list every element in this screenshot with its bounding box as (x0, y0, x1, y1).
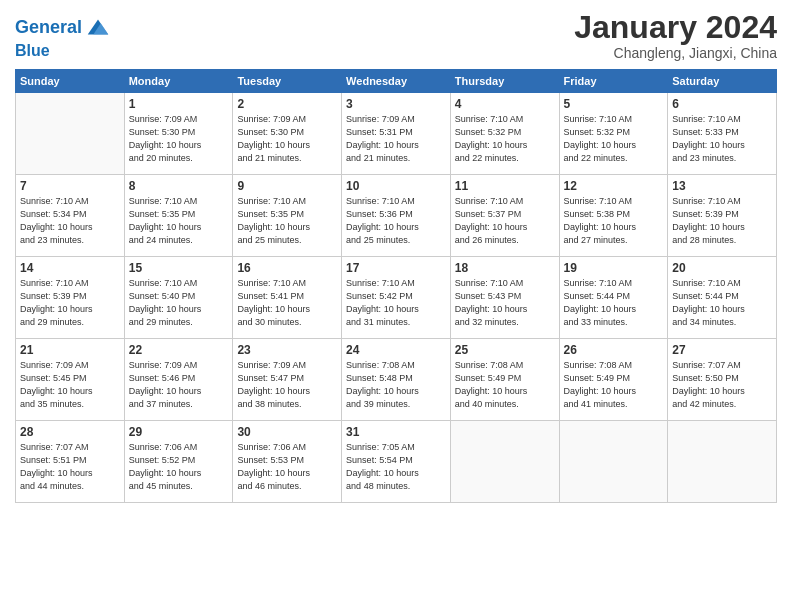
day-info: Sunrise: 7:10 AM Sunset: 5:39 PM Dayligh… (20, 277, 120, 329)
calendar-body: 1Sunrise: 7:09 AM Sunset: 5:30 PM Daylig… (16, 93, 777, 503)
day-number: 12 (564, 179, 664, 193)
day-number: 1 (129, 97, 229, 111)
day-number: 22 (129, 343, 229, 357)
calendar-cell: 20Sunrise: 7:10 AM Sunset: 5:44 PM Dayli… (668, 257, 777, 339)
calendar-cell: 18Sunrise: 7:10 AM Sunset: 5:43 PM Dayli… (450, 257, 559, 339)
day-number: 21 (20, 343, 120, 357)
day-info: Sunrise: 7:08 AM Sunset: 5:49 PM Dayligh… (455, 359, 555, 411)
header-cell-thursday: Thursday (450, 70, 559, 93)
logo: General Blue (15, 14, 112, 60)
header-cell-wednesday: Wednesday (342, 70, 451, 93)
calendar-cell (668, 421, 777, 503)
day-info: Sunrise: 7:10 AM Sunset: 5:43 PM Dayligh… (455, 277, 555, 329)
calendar-cell: 6Sunrise: 7:10 AM Sunset: 5:33 PM Daylig… (668, 93, 777, 175)
day-number: 4 (455, 97, 555, 111)
calendar-cell: 8Sunrise: 7:10 AM Sunset: 5:35 PM Daylig… (124, 175, 233, 257)
calendar-cell (450, 421, 559, 503)
header-cell-saturday: Saturday (668, 70, 777, 93)
day-info: Sunrise: 7:10 AM Sunset: 5:41 PM Dayligh… (237, 277, 337, 329)
day-number: 20 (672, 261, 772, 275)
calendar-week-0: 1Sunrise: 7:09 AM Sunset: 5:30 PM Daylig… (16, 93, 777, 175)
day-number: 14 (20, 261, 120, 275)
calendar-cell: 5Sunrise: 7:10 AM Sunset: 5:32 PM Daylig… (559, 93, 668, 175)
calendar-week-2: 14Sunrise: 7:10 AM Sunset: 5:39 PM Dayli… (16, 257, 777, 339)
calendar-cell: 26Sunrise: 7:08 AM Sunset: 5:49 PM Dayli… (559, 339, 668, 421)
day-number: 19 (564, 261, 664, 275)
calendar-header-row: SundayMondayTuesdayWednesdayThursdayFrid… (16, 70, 777, 93)
calendar-week-4: 28Sunrise: 7:07 AM Sunset: 5:51 PM Dayli… (16, 421, 777, 503)
day-number: 7 (20, 179, 120, 193)
header: General Blue January 2024 Changleng, Jia… (15, 10, 777, 61)
day-number: 3 (346, 97, 446, 111)
day-info: Sunrise: 7:08 AM Sunset: 5:49 PM Dayligh… (564, 359, 664, 411)
calendar-cell (16, 93, 125, 175)
calendar-cell: 7Sunrise: 7:10 AM Sunset: 5:34 PM Daylig… (16, 175, 125, 257)
day-info: Sunrise: 7:08 AM Sunset: 5:48 PM Dayligh… (346, 359, 446, 411)
day-number: 5 (564, 97, 664, 111)
day-info: Sunrise: 7:10 AM Sunset: 5:35 PM Dayligh… (129, 195, 229, 247)
day-number: 2 (237, 97, 337, 111)
calendar-cell: 25Sunrise: 7:08 AM Sunset: 5:49 PM Dayli… (450, 339, 559, 421)
calendar-cell: 30Sunrise: 7:06 AM Sunset: 5:53 PM Dayli… (233, 421, 342, 503)
day-info: Sunrise: 7:06 AM Sunset: 5:52 PM Dayligh… (129, 441, 229, 493)
day-info: Sunrise: 7:09 AM Sunset: 5:46 PM Dayligh… (129, 359, 229, 411)
calendar-cell: 13Sunrise: 7:10 AM Sunset: 5:39 PM Dayli… (668, 175, 777, 257)
logo-text: General Blue (15, 14, 112, 60)
day-number: 18 (455, 261, 555, 275)
day-number: 13 (672, 179, 772, 193)
day-info: Sunrise: 7:06 AM Sunset: 5:53 PM Dayligh… (237, 441, 337, 493)
day-info: Sunrise: 7:09 AM Sunset: 5:30 PM Dayligh… (237, 113, 337, 165)
logo-icon (84, 14, 112, 42)
calendar-cell: 29Sunrise: 7:06 AM Sunset: 5:52 PM Dayli… (124, 421, 233, 503)
calendar-cell: 23Sunrise: 7:09 AM Sunset: 5:47 PM Dayli… (233, 339, 342, 421)
header-cell-tuesday: Tuesday (233, 70, 342, 93)
day-number: 24 (346, 343, 446, 357)
day-number: 9 (237, 179, 337, 193)
day-info: Sunrise: 7:09 AM Sunset: 5:31 PM Dayligh… (346, 113, 446, 165)
calendar-cell (559, 421, 668, 503)
header-cell-monday: Monday (124, 70, 233, 93)
calendar-cell: 15Sunrise: 7:10 AM Sunset: 5:40 PM Dayli… (124, 257, 233, 339)
day-info: Sunrise: 7:10 AM Sunset: 5:37 PM Dayligh… (455, 195, 555, 247)
day-number: 25 (455, 343, 555, 357)
calendar-cell: 12Sunrise: 7:10 AM Sunset: 5:38 PM Dayli… (559, 175, 668, 257)
calendar-week-1: 7Sunrise: 7:10 AM Sunset: 5:34 PM Daylig… (16, 175, 777, 257)
calendar-cell: 4Sunrise: 7:10 AM Sunset: 5:32 PM Daylig… (450, 93, 559, 175)
day-info: Sunrise: 7:05 AM Sunset: 5:54 PM Dayligh… (346, 441, 446, 493)
day-info: Sunrise: 7:10 AM Sunset: 5:32 PM Dayligh… (564, 113, 664, 165)
day-info: Sunrise: 7:10 AM Sunset: 5:35 PM Dayligh… (237, 195, 337, 247)
calendar-cell: 1Sunrise: 7:09 AM Sunset: 5:30 PM Daylig… (124, 93, 233, 175)
title-block: January 2024 Changleng, Jiangxi, China (574, 10, 777, 61)
calendar-cell: 28Sunrise: 7:07 AM Sunset: 5:51 PM Dayli… (16, 421, 125, 503)
calendar-cell: 19Sunrise: 7:10 AM Sunset: 5:44 PM Dayli… (559, 257, 668, 339)
calendar-cell: 9Sunrise: 7:10 AM Sunset: 5:35 PM Daylig… (233, 175, 342, 257)
day-number: 16 (237, 261, 337, 275)
day-number: 11 (455, 179, 555, 193)
day-number: 30 (237, 425, 337, 439)
calendar-cell: 22Sunrise: 7:09 AM Sunset: 5:46 PM Dayli… (124, 339, 233, 421)
day-info: Sunrise: 7:10 AM Sunset: 5:39 PM Dayligh… (672, 195, 772, 247)
calendar-cell: 31Sunrise: 7:05 AM Sunset: 5:54 PM Dayli… (342, 421, 451, 503)
day-number: 26 (564, 343, 664, 357)
month-title: January 2024 (574, 10, 777, 45)
header-cell-friday: Friday (559, 70, 668, 93)
day-number: 6 (672, 97, 772, 111)
day-info: Sunrise: 7:10 AM Sunset: 5:36 PM Dayligh… (346, 195, 446, 247)
day-info: Sunrise: 7:07 AM Sunset: 5:51 PM Dayligh… (20, 441, 120, 493)
day-info: Sunrise: 7:10 AM Sunset: 5:38 PM Dayligh… (564, 195, 664, 247)
day-number: 17 (346, 261, 446, 275)
day-info: Sunrise: 7:07 AM Sunset: 5:50 PM Dayligh… (672, 359, 772, 411)
calendar-cell: 21Sunrise: 7:09 AM Sunset: 5:45 PM Dayli… (16, 339, 125, 421)
day-info: Sunrise: 7:10 AM Sunset: 5:44 PM Dayligh… (672, 277, 772, 329)
calendar-cell: 10Sunrise: 7:10 AM Sunset: 5:36 PM Dayli… (342, 175, 451, 257)
subtitle: Changleng, Jiangxi, China (574, 45, 777, 61)
calendar-cell: 2Sunrise: 7:09 AM Sunset: 5:30 PM Daylig… (233, 93, 342, 175)
calendar-cell: 14Sunrise: 7:10 AM Sunset: 5:39 PM Dayli… (16, 257, 125, 339)
day-number: 8 (129, 179, 229, 193)
day-number: 29 (129, 425, 229, 439)
day-info: Sunrise: 7:10 AM Sunset: 5:33 PM Dayligh… (672, 113, 772, 165)
day-info: Sunrise: 7:10 AM Sunset: 5:44 PM Dayligh… (564, 277, 664, 329)
calendar-table: SundayMondayTuesdayWednesdayThursdayFrid… (15, 69, 777, 503)
calendar-container: General Blue January 2024 Changleng, Jia… (0, 0, 792, 612)
day-info: Sunrise: 7:09 AM Sunset: 5:30 PM Dayligh… (129, 113, 229, 165)
